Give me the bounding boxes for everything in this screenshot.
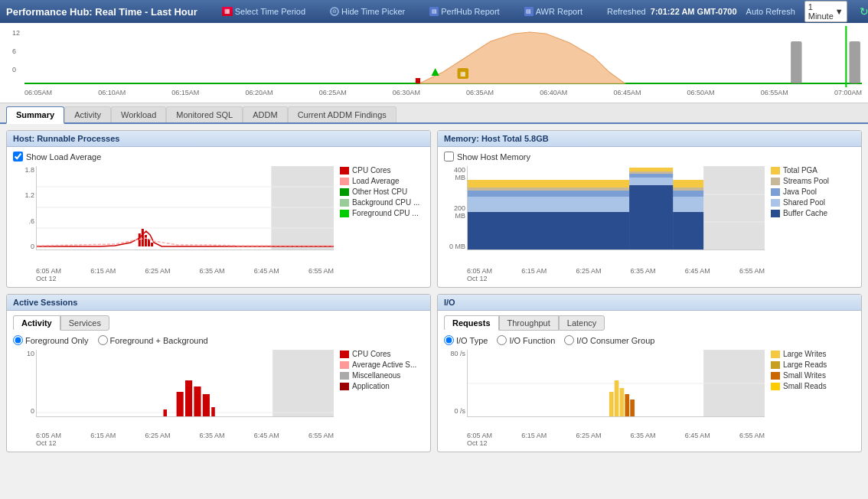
tab-workload[interactable]: Workload xyxy=(111,106,166,122)
active-sessions-chart-area: 10 0 xyxy=(13,350,424,447)
legend-color-total-pga xyxy=(771,167,780,174)
timeline-area: 12 6 0 ▦ xyxy=(0,23,868,103)
io-panel: I/O Requests Throughput Latency I/O Type… xyxy=(437,294,862,452)
tab-services-inner[interactable]: Services xyxy=(60,315,109,331)
tab-activity[interactable]: Activity xyxy=(64,106,111,122)
svg-rect-28 xyxy=(629,178,673,185)
clock-icon: ⊖ xyxy=(330,7,339,16)
perfhub-report-button[interactable]: ▤ PerfHub Report xyxy=(429,7,499,16)
tab-addm[interactable]: ADDM xyxy=(243,106,287,122)
auto-refresh-dropdown[interactable]: 1 Minute ▼ xyxy=(804,1,847,22)
awr-report-button[interactable]: ▤ AWR Report xyxy=(524,7,582,16)
svg-rect-6 xyxy=(791,41,801,83)
memory-panel: Memory: Host Total 5.8GB Show Host Memor… xyxy=(437,130,862,288)
memory-y-axis: 400 MB 200 MB 0 MB xyxy=(444,166,465,250)
svg-rect-14 xyxy=(142,229,144,246)
legend-item-misc: Miscellaneous xyxy=(340,371,424,380)
select-time-period-button[interactable]: ▦ Select Time Period xyxy=(222,7,305,16)
active-sessions-svg xyxy=(37,350,334,417)
svg-rect-35 xyxy=(185,380,192,417)
active-sessions-tabs: Activity Services xyxy=(13,315,424,331)
svg-marker-3 xyxy=(432,68,439,76)
legend-item-load-avg: Load Average xyxy=(340,177,424,185)
legend-color-streams-pool xyxy=(771,178,780,185)
refresh-timestamp: 7:01:22 AM GMT-0700 xyxy=(651,7,737,16)
host-runnable-legend: CPU Cores Load Average Other Host CPU Ba… xyxy=(340,166,424,217)
radio-foreground-background[interactable]: Foreground + Background xyxy=(98,335,208,345)
legend-item-large-reads: Large Reads xyxy=(771,360,855,369)
svg-rect-37 xyxy=(203,394,210,417)
active-sessions-chart: 10 0 xyxy=(13,350,334,447)
hide-time-picker-button[interactable]: ⊖ Hide Time Picker xyxy=(330,7,405,16)
legend-color-small-reads xyxy=(771,383,780,390)
show-load-avg-checkbox[interactable] xyxy=(13,152,23,161)
io-plot xyxy=(467,350,765,417)
legend-color-background-cpu xyxy=(340,199,349,207)
tab-current-addm-findings[interactable]: Current ADDM Findings xyxy=(288,106,396,122)
host-runnable-chart: 1.8 1.2 .6 0 xyxy=(13,166,334,282)
radio-io-consumer-group[interactable]: I/O Consumer Group xyxy=(564,335,654,345)
timeline-x-labels: 06:05AM 06:10AM 06:15AM 06:20AM 06:25AM … xyxy=(24,89,862,98)
memory-chart-area: 400 MB 200 MB 0 MB xyxy=(444,166,855,282)
active-sessions-panel: Active Sessions Activity Services Foregr… xyxy=(6,294,431,452)
memory-title: Memory: Host Total 5.8GB xyxy=(438,131,861,147)
legend-item-other-host-cpu: Other Host CPU xyxy=(340,188,424,196)
tab-latency[interactable]: Latency xyxy=(559,315,605,331)
tab-activity-inner[interactable]: Activity xyxy=(13,315,60,331)
radio-io-function[interactable]: I/O Function xyxy=(497,335,555,345)
io-tabs: Requests Throughput Latency xyxy=(444,315,855,331)
legend-item-small-writes: Small Writes xyxy=(771,371,855,380)
io-y-axis: 80 /s 0 /s xyxy=(444,350,465,415)
timeline-y-axis: 12 6 0 xyxy=(12,29,20,73)
chevron-down-icon: ▼ xyxy=(835,7,844,16)
legend-item-avg-active: Average Active S... xyxy=(340,360,424,369)
svg-rect-17 xyxy=(151,243,153,246)
host-runnable-y-axis: 1.8 1.2 .6 0 xyxy=(13,166,34,250)
legend-color-foreground-cpu xyxy=(340,210,349,217)
svg-rect-38 xyxy=(163,409,167,417)
svg-rect-18 xyxy=(703,166,765,250)
radio-foreground-only[interactable]: Foreground Only xyxy=(13,335,89,345)
main-content: Host: Runnable Processes Show Load Avera… xyxy=(0,124,868,458)
svg-rect-42 xyxy=(609,392,614,417)
io-body: Requests Throughput Latency I/O Type I/O… xyxy=(438,311,861,452)
select-time-period-label: Select Time Period xyxy=(235,7,305,16)
header-bar: Performance Hub: Real Time - Last Hour ▦… xyxy=(0,0,868,23)
dropdown-value: 1 Minute xyxy=(808,2,834,21)
legend-color-cpu-cores xyxy=(340,167,349,174)
svg-rect-29 xyxy=(629,174,673,178)
svg-rect-31 xyxy=(629,168,673,171)
svg-rect-30 xyxy=(629,171,673,174)
svg-rect-46 xyxy=(630,400,635,417)
host-runnable-panel: Host: Runnable Processes Show Load Avera… xyxy=(6,130,431,288)
legend-item-java-pool: Java Pool xyxy=(771,188,855,196)
timeline-chart: ▦ xyxy=(24,26,862,87)
show-load-avg-label: Show Load Average xyxy=(26,152,101,161)
legend-color-avg-active xyxy=(340,361,349,369)
active-sessions-radio-row: Foreground Only Foreground + Background xyxy=(13,335,424,345)
tab-throughput[interactable]: Throughput xyxy=(499,315,559,331)
svg-rect-44 xyxy=(620,388,625,417)
host-runnable-svg xyxy=(37,166,334,250)
refresh-icon[interactable]: ↻ xyxy=(860,5,868,18)
memory-chart: 400 MB 200 MB 0 MB xyxy=(444,166,765,282)
legend-color-large-reads xyxy=(771,361,780,369)
io-title: I/O xyxy=(438,295,861,311)
awr-report-label: AWR Report xyxy=(536,7,582,16)
memory-body: Show Host Memory 400 MB 200 MB 0 MB xyxy=(438,147,861,287)
legend-color-shared-pool xyxy=(771,199,780,207)
memory-plot xyxy=(467,166,765,250)
tab-requests[interactable]: Requests xyxy=(444,315,499,331)
svg-rect-39 xyxy=(211,407,215,417)
active-sessions-body: Activity Services Foreground Only Foregr… xyxy=(7,311,430,452)
tab-monitored-sql[interactable]: Monitored SQL xyxy=(166,106,243,122)
legend-color-other-host-cpu xyxy=(340,188,349,196)
active-sessions-legend: CPU Cores Average Active S... Miscellane… xyxy=(340,350,424,390)
host-runnable-x-labels: 6:05 AM Oct 12 6:15 AM 6:25 AM 6:35 AM 6… xyxy=(36,267,334,282)
legend-color-as-cpu-cores xyxy=(340,351,349,358)
tab-summary[interactable]: Summary xyxy=(6,106,64,124)
radio-io-type[interactable]: I/O Type xyxy=(444,335,488,345)
host-runnable-plot xyxy=(36,166,334,250)
show-host-memory-checkbox[interactable] xyxy=(444,152,454,161)
legend-color-buffer-cache xyxy=(771,210,780,217)
